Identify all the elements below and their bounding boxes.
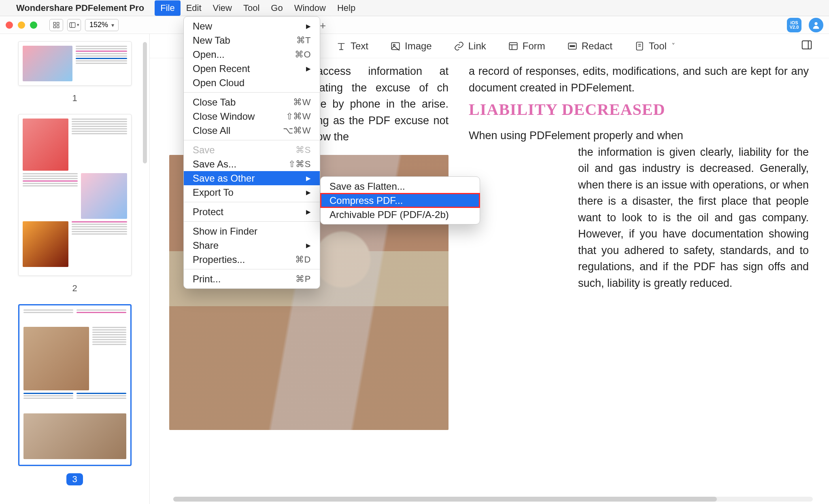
app-name[interactable]: Wondershare PDFelement Pro [16, 3, 144, 13]
thumbnails-grid-button[interactable] [49, 19, 63, 31]
text-tool-button[interactable]: Text [336, 40, 368, 52]
file-menu-protect[interactable]: Protect▶ [184, 205, 320, 219]
file-menu-close-all[interactable]: Close All⌥⌘W [184, 123, 320, 138]
svg-rect-9 [509, 42, 517, 49]
page-number-1: 1 [16, 93, 133, 104]
horizontal-scrollbar-thumb[interactable] [173, 497, 717, 502]
submenu-archivable-pdf[interactable]: Archivable PDF (PDF/A-2b) [321, 208, 480, 222]
file-menu-print[interactable]: Print...⌘P [184, 272, 320, 286]
window-maximize-button[interactable] [30, 21, 37, 29]
svg-point-6 [814, 22, 817, 25]
file-menu-close-tab[interactable]: Close Tab⌘W [184, 95, 320, 109]
file-menu-open[interactable]: Open...⌘O [184, 47, 320, 61]
file-menu-open-cloud[interactable]: Open Cloud [184, 76, 320, 90]
page-thumbnail-3[interactable] [18, 304, 132, 466]
sidebar-scrollbar[interactable] [143, 42, 147, 163]
file-menu-share[interactable]: Share▶ [184, 238, 320, 252]
doc-heading-liability: LIABILITY DECREASED [469, 97, 809, 122]
menubar-go[interactable]: Go [265, 0, 288, 16]
new-tab-button[interactable]: + [320, 19, 326, 32]
window-chrome: ▾ 152% + iOS V2.0 [0, 16, 829, 34]
file-menu-export-to[interactable]: Export To▶ [184, 185, 320, 199]
file-menu-new-tab[interactable]: New Tab⌘T [184, 33, 320, 47]
file-menu-save-as-other[interactable]: Save as Other▶ [184, 171, 320, 185]
menubar-view[interactable]: View [207, 0, 238, 16]
account-avatar[interactable] [809, 18, 823, 32]
file-menu: New▶ New Tab⌘T Open...⌘O Open Recent▶ Op… [183, 16, 320, 289]
window-close-button[interactable] [6, 21, 13, 29]
panel-toggle-button[interactable] [801, 39, 813, 53]
page-thumbnail-1[interactable] [18, 41, 132, 86]
zoom-value: 152% [89, 21, 108, 29]
menubar-window[interactable]: Window [289, 0, 332, 16]
sidebar-mode-button[interactable]: ▾ [67, 19, 81, 31]
menubar-tool[interactable]: Tool [238, 0, 265, 16]
zoom-select[interactable]: 152% [85, 19, 119, 31]
link-tool-button[interactable]: Link [454, 40, 486, 52]
file-menu-properties[interactable]: Properties...⌘D [184, 252, 320, 267]
menubar-edit[interactable]: Edit [181, 0, 207, 16]
window-minimize-button[interactable] [18, 21, 25, 29]
horizontal-scrollbar[interactable] [173, 497, 813, 502]
svg-rect-1 [57, 22, 59, 24]
redact-tool-button[interactable]: Redact [567, 40, 612, 52]
page-thumbnail-2[interactable] [18, 114, 132, 276]
page-number-3: 3 [16, 473, 133, 485]
doc-text-col-b-top: a record of responses, edits, modificati… [469, 63, 809, 96]
file-menu-save: Save⌘S [184, 143, 320, 157]
svg-rect-7 [391, 42, 400, 49]
doc-text-col-b-mid: When using PDFelement properly and when [469, 127, 809, 144]
menubar-help[interactable]: Help [332, 0, 361, 16]
doc-text-col-b-body: the information is given clearly, liabil… [469, 144, 809, 292]
mac-menubar: Wondershare PDFelement Pro File Edit Vie… [0, 0, 829, 16]
page-thumbnail-sidebar: 1 2 3 [0, 34, 150, 504]
submenu-save-as-flatten[interactable]: Save as Flatten... [321, 179, 480, 193]
traffic-lights [6, 21, 37, 29]
form-tool-button[interactable]: Form [508, 40, 545, 52]
svg-rect-4 [70, 23, 75, 28]
image-tool-button[interactable]: Image [390, 40, 432, 52]
svg-rect-13 [570, 45, 575, 47]
file-menu-open-recent[interactable]: Open Recent▶ [184, 61, 320, 76]
save-as-other-submenu: Save as Flatten... Compress PDF... Archi… [320, 176, 480, 224]
submenu-compress-pdf[interactable]: Compress PDF... [321, 193, 480, 208]
more-tools-button[interactable]: Tool [634, 40, 675, 52]
file-menu-new[interactable]: New▶ [184, 19, 320, 33]
file-menu-show-in-finder[interactable]: Show in Finder [184, 224, 320, 238]
menubar-file[interactable]: File [155, 0, 180, 16]
svg-rect-2 [53, 25, 55, 28]
svg-rect-17 [802, 41, 812, 49]
svg-rect-0 [53, 22, 55, 24]
ios-badge[interactable]: iOS V2.0 [787, 18, 801, 32]
file-menu-save-as[interactable]: Save As...⇧⌘S [184, 157, 320, 171]
file-menu-close-window[interactable]: Close Window⇧⌘W [184, 109, 320, 123]
svg-rect-3 [57, 25, 59, 28]
page-number-2: 2 [16, 283, 133, 294]
